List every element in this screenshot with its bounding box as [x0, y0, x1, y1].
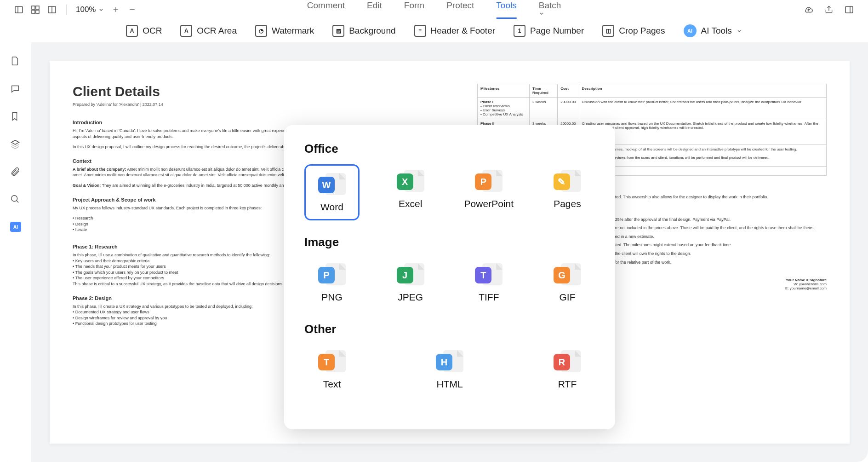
tab-form[interactable]: Form: [404, 0, 424, 19]
page-thumbnails-icon[interactable]: [10, 56, 21, 67]
tab-batch[interactable]: Batch: [539, 0, 561, 19]
zoom-level[interactable]: 100%: [76, 5, 104, 14]
svg-rect-5: [36, 10, 39, 13]
divider: [66, 5, 67, 15]
export-format-pages[interactable]: ✎Pages: [540, 164, 595, 220]
export-format-word[interactable]: WWord: [304, 164, 360, 220]
ai-sidebar-icon[interactable]: AI: [10, 222, 21, 232]
zoom-out-icon[interactable]: −: [127, 5, 137, 15]
layers-icon[interactable]: [10, 139, 21, 150]
export-format-png[interactable]: PPNG: [304, 258, 360, 307]
tab-protect[interactable]: Protect: [446, 0, 474, 19]
tab-comment[interactable]: Comment: [307, 0, 345, 19]
table-header: Description: [579, 84, 826, 98]
table-header: Time Required: [530, 84, 558, 98]
search-icon[interactable]: [10, 194, 21, 205]
export-format-tiff[interactable]: TTIFF: [461, 258, 516, 307]
comment-icon[interactable]: [10, 84, 21, 95]
tab-edit[interactable]: Edit: [367, 0, 382, 19]
panel-right-icon[interactable]: [844, 5, 854, 15]
doc-title: Client Details: [73, 84, 422, 99]
export-format-powerpoint[interactable]: PPowerPoint: [461, 164, 516, 220]
table-row: Phase I• Client Interviews• User Surveys…: [478, 98, 827, 119]
svg-rect-4: [32, 10, 35, 13]
export-format-popup: OfficeWWordXExcelPPowerPoint✎PagesImageP…: [284, 125, 615, 429]
left-sidebar: AI: [0, 42, 31, 462]
export-format-rtf[interactable]: RRTF: [540, 345, 595, 394]
export-format-jpeg[interactable]: JJPEG: [383, 258, 438, 307]
zoom-in-icon[interactable]: +: [110, 5, 120, 15]
sidebar-toggle-icon[interactable]: [14, 5, 24, 15]
export-format-gif[interactable]: GGIF: [540, 258, 595, 307]
columns-view-icon[interactable]: [47, 5, 57, 15]
tool-header-footer[interactable]: ≡Header & Footer: [414, 25, 495, 37]
tool-crop-pages[interactable]: ◫Crop Pages: [602, 25, 665, 37]
tool-ocr[interactable]: AOCR: [126, 25, 162, 37]
export-section-title: Image: [304, 235, 595, 249]
cloud-upload-icon[interactable]: [804, 5, 814, 15]
svg-rect-2: [32, 6, 35, 9]
tab-tools[interactable]: Tools: [496, 0, 516, 19]
doc-meta: Prepared by 'Adelina' for 'Alexandra' | …: [73, 102, 422, 107]
section-heading: Introduction: [73, 120, 422, 125]
svg-rect-0: [15, 6, 23, 13]
main-tabs: CommentEditFormProtectToolsBatch: [307, 0, 561, 19]
tool-ai-tools[interactable]: AIAI Tools: [684, 24, 742, 37]
table-header: Cost: [558, 84, 579, 98]
tool-watermark[interactable]: ◔Watermark: [255, 25, 314, 37]
tool-ocr-area[interactable]: AOCR Area: [180, 25, 237, 37]
svg-point-10: [11, 196, 17, 202]
designer-signature-block: Your Name & Signature W: yourwebsite.com…: [785, 278, 827, 290]
bookmark-icon[interactable]: [10, 111, 21, 122]
tool-page-number[interactable]: 1Page Number: [514, 25, 584, 37]
export-section-title: Office: [304, 142, 595, 156]
export-format-excel[interactable]: XExcel: [383, 164, 438, 220]
tools-toolbar: AOCRAOCR Area◔Watermark▨Background≡Heade…: [0, 19, 868, 42]
table-header: Milestones: [478, 84, 530, 98]
svg-rect-8: [845, 6, 853, 13]
svg-rect-3: [36, 6, 39, 9]
export-section-title: Other: [304, 322, 595, 336]
share-icon[interactable]: [824, 5, 834, 15]
tool-background[interactable]: ▨Background: [332, 25, 395, 37]
export-format-text[interactable]: TText: [304, 345, 360, 394]
svg-line-11: [17, 201, 19, 203]
attachment-icon[interactable]: [10, 167, 21, 178]
grid-view-icon[interactable]: [30, 5, 40, 15]
export-format-html[interactable]: HHTML: [422, 345, 477, 394]
